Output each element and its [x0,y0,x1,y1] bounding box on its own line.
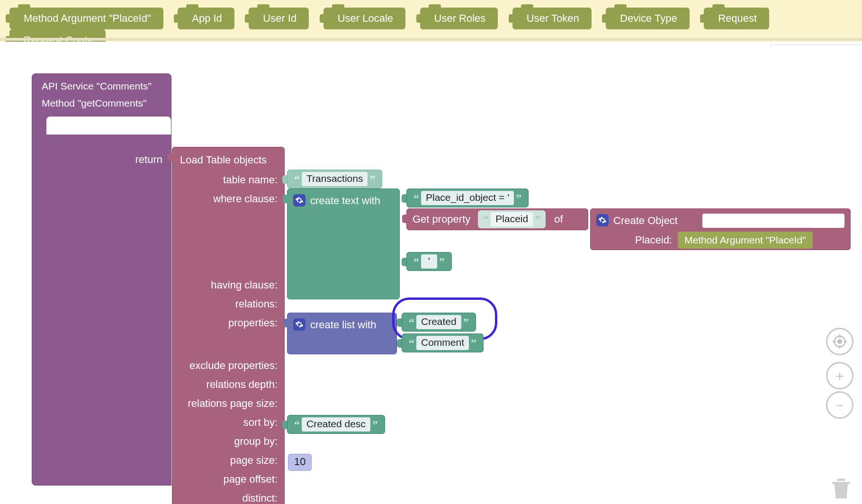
context-scrollbar-track[interactable] [0,38,862,41]
where-clause-literal-2[interactable]: “ ' ” [406,252,452,271]
open-quote-icon: “ [292,418,302,431]
open-quote-icon: “ [482,213,491,225]
open-quote-icon: “ [292,173,302,186]
root-block-statement-slot [46,117,171,135]
open-quote-icon: “ [412,192,421,205]
empty-value-slot[interactable] [278,302,284,311]
root-block-return-label: return [135,153,162,166]
root-block-service-label: API Service "Comments" [42,81,152,92]
where-clause-literal-1[interactable]: “ Place_id_object = ' ” [406,189,529,207]
method-argument-placeid-inline[interactable]: Method Argument "PlaceId" [678,232,813,249]
empty-value-slot[interactable] [278,363,284,373]
sort-by-text[interactable]: Created desc [302,417,370,432]
row-label-group-by: group by: [234,435,278,448]
empty-value-slot[interactable] [278,283,284,292]
create-list-with-block[interactable]: create list with [287,313,397,354]
page-size-number-block[interactable]: 10 [288,454,312,471]
where-clause-literal-text[interactable]: Place_id_object = ' [421,191,514,205]
row-label-sort-by: sort by: [243,416,278,429]
context-block-method-arg-placeid[interactable]: Method Argument "PlaceId" [9,8,163,29]
context-block-user-roles[interactable]: User Roles [420,8,498,29]
row-label-relations: relations: [235,298,278,310]
context-block-app-id[interactable]: App Id [178,8,234,29]
create-object-block[interactable]: Create Object Placeid: Method Argument "… [590,208,851,250]
create-text-with-label: create text with [310,195,380,207]
zoom-out-button[interactable]: － [826,391,853,419]
load-table-objects-block[interactable]: Load Table objects table name: where cla… [172,147,285,504]
context-block-device-type[interactable]: Device Type [606,8,690,29]
context-block-request[interactable]: Request [704,8,769,29]
close-quote-icon: ” [533,213,542,225]
context-block-bar: Method Argument "PlaceId" App Id User Id… [0,0,862,42]
empty-value-slot[interactable] [278,496,284,504]
context-block-user-locale[interactable]: User Locale [323,8,405,29]
open-quote-icon: “ [407,337,416,350]
gear-icon[interactable] [293,318,305,331]
gear-icon[interactable] [596,214,609,226]
api-service-root-block[interactable]: API Service "Comments" Method "getCommen… [32,73,171,486]
zoom-in-button[interactable]: ＋ [826,362,853,389]
context-block-user-token[interactable]: User Token [512,8,592,29]
list-item-comment-text[interactable]: Comment [416,336,469,350]
close-quote-icon: ” [370,418,380,431]
open-quote-icon: “ [412,255,421,268]
row-label-relations-page-size: relations page size: [188,397,278,410]
close-quote-icon: ” [437,255,447,268]
close-quote-icon: ” [368,173,377,186]
empty-value-slot[interactable] [278,477,284,486]
empty-value-slot[interactable] [278,439,284,449]
close-quote-icon: ” [461,316,471,329]
row-label-exclude-properties: exclude properties: [189,360,278,372]
trash-icon[interactable] [828,474,854,501]
create-text-with-block[interactable]: create text with [287,189,400,299]
svg-point-0 [838,340,842,343]
row-label-page-size: page size: [230,454,278,467]
table-name-value-block[interactable]: “ Transactions ” [287,170,382,189]
page-size-number[interactable]: 10 [288,454,312,471]
list-item-created-block[interactable]: “ Created ” [402,313,476,332]
row-label-relations-depth: relations depth: [207,378,278,391]
property-name-text[interactable]: Placeid [491,212,533,226]
where-clause-literal-text-2[interactable]: ' [421,254,437,269]
row-label-where-clause: where clause: [213,193,278,205]
property-name-pill[interactable]: “ Placeid ” [478,210,546,228]
root-block-method-label: Method "getComments" [42,98,147,109]
close-quote-icon: ” [514,192,523,205]
empty-value-slot[interactable] [278,382,284,392]
open-quote-icon: “ [407,316,416,329]
row-label-distinct: distinct: [242,492,278,504]
create-list-with-label: create list with [310,319,376,331]
create-object-prop-label: Placeid: [596,234,678,246]
row-label-having-clause: having clause: [211,279,278,291]
row-label-page-offset: page offset: [223,473,278,486]
sort-by-value-block[interactable]: “ Created desc ” [287,415,385,434]
table-name-text[interactable]: Transactions [302,172,368,186]
create-object-label: Create Object [613,215,678,227]
create-object-empty-slot[interactable] [702,214,844,228]
empty-value-slot[interactable] [278,401,284,411]
context-block-user-id[interactable]: User Id [249,8,309,29]
gear-icon[interactable] [293,194,305,207]
row-label-properties: properties: [228,317,278,329]
row-label-table-name: table name: [223,174,278,186]
of-label: of [554,213,563,225]
recenter-button[interactable] [826,328,853,355]
get-property-label: Get property [413,213,470,225]
blockly-workspace[interactable]: API Service "Comments" Method "getCommen… [0,47,862,504]
get-property-block[interactable]: Get property “ Placeid ” of [406,208,588,230]
list-item-created-text[interactable]: Created [416,315,461,329]
list-item-comment-block[interactable]: “ Comment ” [402,333,484,352]
close-quote-icon: ” [469,337,478,350]
